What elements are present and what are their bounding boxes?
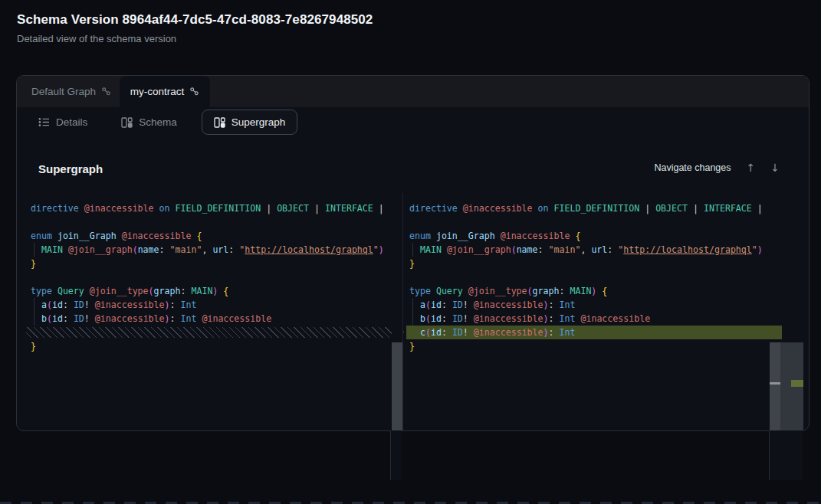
code-line: type Query @join__type(graph: MAIN) { bbox=[31, 284, 392, 298]
left-pane-scrollbar[interactable] bbox=[392, 342, 402, 431]
page-title: Schema Version 8964af44-7dc5-47cd-8083-7… bbox=[17, 12, 373, 28]
code-line: b(id: ID! @inaccessible): Int @inaccessi… bbox=[409, 312, 782, 326]
code-token: : bbox=[63, 299, 74, 310]
panel-heading: Supergraph bbox=[38, 162, 103, 175]
code-token: : bbox=[180, 286, 191, 296]
subtab-schema[interactable]: Schema bbox=[113, 110, 185, 134]
code-token: ) bbox=[544, 313, 549, 324]
code-line: } bbox=[409, 339, 782, 353]
code-line: directive @inaccessible on FIELD_DEFINIT… bbox=[31, 201, 392, 215]
code-token: b bbox=[420, 313, 425, 324]
subtab-supergraph-label: Supergraph bbox=[232, 116, 286, 128]
code-token: } bbox=[31, 258, 36, 269]
view-subtabs: Details Schema Supergraph bbox=[17, 107, 809, 137]
code-line bbox=[31, 215, 392, 229]
code-token: @inaccessible bbox=[95, 313, 165, 324]
list-icon bbox=[38, 117, 50, 127]
diff-pane-modified[interactable]: directive @inaccessible on FIELD_DEFINIT… bbox=[403, 193, 782, 431]
right-pane-scrollbar[interactable] bbox=[770, 342, 780, 431]
code-token: : bbox=[549, 313, 560, 324]
code-line: enum join__Graph @inaccessible { bbox=[409, 229, 782, 243]
tab-default-graph[interactable]: Default Graph bbox=[31, 76, 111, 107]
code-token bbox=[463, 286, 468, 296]
code-token: : bbox=[538, 244, 549, 255]
code-token: join__Graph bbox=[57, 231, 117, 241]
code-token: | bbox=[752, 203, 763, 214]
navigate-next-change-button[interactable]: ↓ bbox=[770, 162, 780, 174]
code-token: Int bbox=[560, 299, 576, 310]
panels-icon bbox=[214, 117, 225, 128]
code-url-link[interactable]: http://localhost/graphql bbox=[623, 244, 752, 255]
code-line: b(id: ID! @inaccessible): Int @inaccessi… bbox=[31, 312, 392, 326]
code-token: id bbox=[431, 327, 442, 338]
code-token bbox=[31, 244, 41, 255]
code-token: ( bbox=[47, 299, 52, 310]
code-token bbox=[468, 327, 474, 338]
code-token: @join__graph bbox=[447, 244, 511, 255]
code-token: : bbox=[549, 327, 560, 338]
panels-icon bbox=[121, 117, 133, 128]
code-token bbox=[84, 286, 90, 296]
code-token: @inaccessible bbox=[580, 313, 650, 324]
subtab-supergraph[interactable]: Supergraph bbox=[202, 110, 298, 135]
subtab-details-label: Details bbox=[56, 116, 87, 128]
code-line bbox=[31, 270, 392, 284]
code-token: : bbox=[442, 327, 452, 338]
code-token bbox=[117, 231, 122, 241]
code-token: ) bbox=[379, 244, 384, 255]
code-token: OBJECT bbox=[655, 203, 688, 214]
code-token: ! bbox=[84, 313, 90, 324]
subtab-schema-label: Schema bbox=[139, 116, 177, 128]
code-token: OBJECT bbox=[277, 203, 309, 214]
code-line: MAIN @join__graph(name: "main", url: "ht… bbox=[31, 243, 392, 257]
code-line bbox=[409, 270, 782, 284]
code-token: graph bbox=[154, 286, 181, 296]
code-token bbox=[79, 203, 84, 214]
code-token bbox=[409, 327, 420, 338]
graph-tabstrip: Default Graph my-contract bbox=[17, 76, 809, 107]
minimap-slider[interactable] bbox=[780, 342, 803, 431]
code-token: { bbox=[602, 286, 607, 296]
code-token: enum bbox=[409, 231, 431, 241]
code-token: @inaccessible bbox=[474, 313, 544, 324]
code-token: , bbox=[202, 244, 212, 255]
code-token bbox=[533, 203, 538, 214]
code-token: "main" bbox=[170, 244, 202, 255]
code-token bbox=[468, 299, 474, 310]
code-token: id bbox=[431, 313, 442, 324]
code-token: @inaccessible bbox=[501, 231, 570, 241]
code-token: @join__graph bbox=[68, 244, 133, 255]
code-token bbox=[495, 231, 501, 241]
code-token: on bbox=[159, 203, 170, 214]
page-subtitle: Detailed view of the schema version bbox=[17, 33, 373, 44]
code-token bbox=[63, 244, 68, 255]
diff-gap-placeholder bbox=[26, 326, 392, 339]
code-token: ! bbox=[463, 327, 468, 338]
code-token: ) bbox=[757, 244, 763, 255]
code-token: "main" bbox=[549, 244, 581, 255]
code-token: ! bbox=[84, 299, 90, 310]
code-token: ) bbox=[544, 327, 549, 338]
code-line: a(id: ID! @inaccessible): Int bbox=[409, 298, 782, 312]
code-token: } bbox=[409, 341, 415, 352]
code-token bbox=[31, 313, 41, 324]
code-url-link[interactable]: http://localhost/graphql bbox=[245, 244, 373, 255]
navigate-previous-change-button[interactable]: ↑ bbox=[747, 162, 756, 174]
code-token bbox=[409, 299, 420, 310]
code-token: MAIN bbox=[420, 244, 442, 255]
code-token: " bbox=[752, 244, 757, 255]
code-token: { bbox=[575, 231, 580, 241]
code-token bbox=[431, 286, 436, 296]
page-header: Schema Version 8964af44-7dc5-47cd-8083-7… bbox=[17, 12, 373, 44]
supergraph-diff-editor: directive @inaccessible on FIELD_DEFINIT… bbox=[18, 193, 810, 431]
code-token: } bbox=[409, 258, 415, 269]
code-token bbox=[468, 313, 474, 324]
code-token: | bbox=[261, 203, 277, 214]
code-token: ( bbox=[149, 286, 154, 296]
code-token: ID bbox=[74, 313, 84, 324]
code-line: enum join__Graph @inaccessible { bbox=[31, 229, 392, 243]
diff-pane-original[interactable]: directive @inaccessible on FIELD_DEFINIT… bbox=[18, 193, 392, 431]
tab-my-contract[interactable]: my-contract bbox=[120, 76, 210, 107]
subtab-details[interactable]: Details bbox=[31, 110, 95, 134]
code-token bbox=[431, 231, 436, 241]
